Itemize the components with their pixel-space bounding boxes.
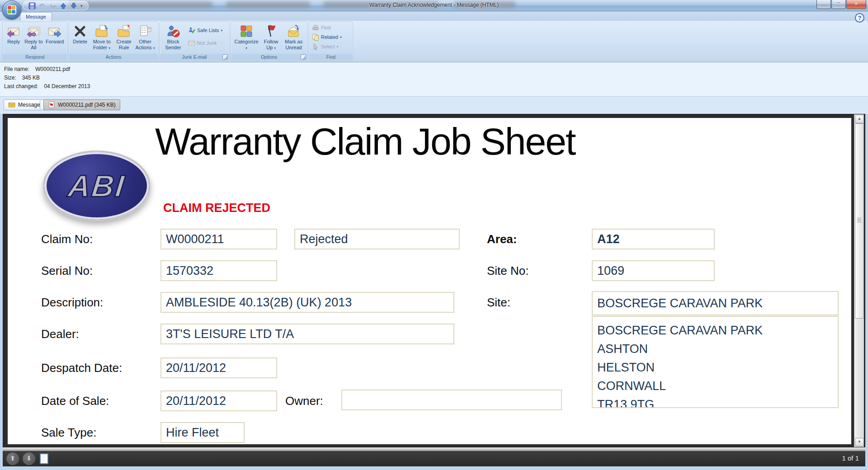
mark-as-unread-button[interactable]: Mark as Unread: [282, 23, 306, 51]
previous-item-icon[interactable]: [60, 2, 67, 9]
office-logo-icon: [7, 5, 16, 14]
outlook-message-window: Warranty Claim Acknowledgement - Message…: [0, 0, 868, 470]
undo-icon[interactable]: [39, 2, 46, 9]
claim-no-label: Claim No:: [41, 232, 93, 246]
date-of-sale-field: 20/11/2012: [160, 390, 277, 411]
address-line: BOSCREGE CARAVAN PARK: [597, 321, 838, 340]
size-row: Size:345 KB: [4, 75, 40, 81]
serial-no-label: Serial No:: [41, 264, 93, 278]
reply-all-icon: [26, 24, 41, 38]
date-of-sale-label: Date of Sale:: [41, 394, 109, 408]
office-logo-orange: [12, 6, 15, 9]
size-label: Size:: [4, 75, 16, 81]
ribbon-tab-row: Message: [0, 11, 868, 21]
help-icon[interactable]: ?: [855, 13, 864, 23]
previous-page-button[interactable]: ⬆: [6, 452, 19, 465]
site-label: Site:: [487, 296, 510, 310]
options-body: Categorize▾ Follow Up ▾ Mark as Unread: [231, 22, 307, 54]
chevron-down-icon: ▾: [245, 46, 247, 50]
create-rule-button[interactable]: Create Rule: [114, 23, 134, 51]
chevron-down-icon: ▾: [274, 46, 276, 50]
chevron-down-icon: ▾: [337, 45, 339, 49]
save-icon[interactable]: [28, 2, 36, 9]
reply-button[interactable]: Reply: [4, 23, 23, 46]
follow-up-icon: [264, 24, 278, 38]
move-to-folder-button[interactable]: Move to Folder ▾: [90, 23, 113, 51]
vertical-scrollbar[interactable]: ▲ ▼: [854, 114, 864, 447]
block-sender-button[interactable]: Block Sender: [161, 23, 185, 51]
categorize-button[interactable]: Categorize▾: [232, 23, 260, 51]
not-junk-button[interactable]: Not Junk: [187, 38, 224, 47]
redo-icon[interactable]: [49, 2, 57, 9]
categorize-icon: [239, 24, 254, 38]
pdf-page: ABI Warranty Claim Job Sheet CLAIM REJEC…: [8, 118, 851, 444]
move-to-folder-text: Move to Folder: [93, 39, 111, 50]
size-value: 345 KB: [22, 75, 40, 81]
page-thumbnail-icon[interactable]: [40, 453, 48, 464]
options-group-title-text: Options: [261, 54, 277, 60]
reply-to-all-button[interactable]: Reply to All: [23, 23, 44, 51]
ribbon-group-actions: Delete Move to Folder ▾ Create Rule: [69, 22, 158, 61]
description-label: Description:: [41, 296, 103, 310]
area-label: Area:: [487, 232, 517, 246]
dealer-label: Dealer:: [41, 327, 79, 341]
reply-to-all-label: Reply to All: [24, 39, 43, 50]
find-body: Find Related ▾ Select ▾: [309, 22, 353, 54]
tab-message[interactable]: Message: [20, 12, 52, 21]
delete-button[interactable]: Delete: [71, 23, 90, 46]
find-icon: [312, 24, 319, 31]
other-actions-text: Other Actions: [136, 39, 152, 50]
select-button[interactable]: Select ▾: [311, 42, 351, 51]
tab-attachment-pdf[interactable]: W0000211.pdf (345 KB): [43, 99, 120, 110]
office-button[interactable]: [2, 0, 21, 19]
actions-body: Delete Move to Folder ▾ Create Rule: [69, 22, 158, 54]
related-icon: [312, 33, 319, 41]
address-line: CORNWALL: [597, 377, 838, 395]
pdf-preview-pane: ABI Warranty Claim Job Sheet CLAIM REJEC…: [3, 114, 865, 447]
scroll-up-button[interactable]: ▲: [855, 115, 864, 123]
other-actions-button[interactable]: Other Actions ▾: [134, 23, 156, 51]
other-actions-label: Other Actions ▾: [135, 39, 156, 50]
tab-message-view[interactable]: Message: [4, 99, 45, 110]
safe-lists-label: Safe Lists: [197, 28, 219, 33]
despatch-date-field: 20/11/2012: [160, 357, 277, 378]
site-address-field: BOSCREGE CARAVAN PARK ASHTON HELSTON COR…: [592, 316, 839, 408]
junk-body: Block Sender Safe Lists ▾ Not Junk: [160, 22, 229, 54]
next-page-button[interactable]: ⬇: [23, 452, 35, 465]
minimize-button[interactable]: —: [816, 0, 831, 9]
delete-label: Delete: [73, 39, 87, 45]
area-field: A12: [592, 229, 715, 249]
related-button[interactable]: Related ▾: [311, 33, 351, 42]
office-logo-blue: [12, 10, 15, 14]
next-item-icon[interactable]: [70, 2, 77, 9]
owner-field: [341, 390, 562, 410]
pdf-file-icon: [48, 101, 55, 108]
description-field: AMBLESIDE 40.13(2B) (UK) 2013: [160, 292, 454, 313]
reply-label: Reply: [7, 39, 20, 45]
actions-group-title: Actions: [69, 54, 158, 61]
scroll-down-button[interactable]: ▼: [855, 438, 864, 446]
block-sender-icon: [166, 24, 180, 38]
close-button[interactable]: ✕: [846, 0, 866, 9]
customize-qat-dropdown[interactable]: ▾: [80, 4, 83, 8]
serial-no-field: 1570332: [160, 260, 277, 281]
ribbon: Reply Reply to All Forward Respond: [0, 21, 868, 62]
restore-button[interactable]: ❐: [831, 0, 846, 9]
move-to-folder-label: Move to Folder ▾: [90, 39, 113, 50]
scrollbar-thumb[interactable]: [855, 123, 864, 319]
find-button[interactable]: Find: [311, 23, 351, 32]
related-label: Related: [321, 34, 338, 40]
create-rule-icon: [117, 24, 131, 38]
message-envelope-icon: [8, 101, 15, 108]
junk-small-buttons: Safe Lists ▾ Not Junk: [187, 26, 224, 47]
quick-access-toolbar: ▾: [23, 1, 89, 10]
junk-dialog-launcher-icon[interactable]: [222, 54, 228, 60]
window-controls: — ❐ ✕: [816, 0, 866, 9]
address-line: TR13 9TG: [597, 395, 838, 408]
safe-lists-button[interactable]: Safe Lists ▾: [187, 26, 224, 35]
options-dialog-launcher-icon[interactable]: [301, 54, 306, 60]
follow-up-button[interactable]: Follow Up ▾: [260, 23, 282, 51]
other-actions-icon: [138, 24, 152, 38]
move-to-folder-icon: [94, 24, 109, 38]
forward-button[interactable]: Forward: [44, 23, 66, 46]
